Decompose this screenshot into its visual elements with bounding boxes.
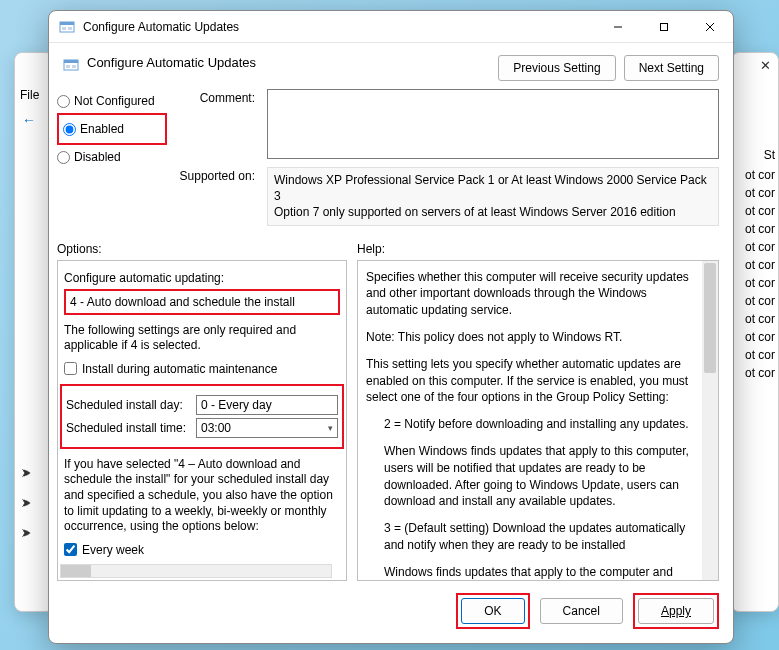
- radio-not-configured[interactable]: Not Configured: [57, 92, 167, 110]
- titlebar[interactable]: Configure Automatic Updates: [49, 11, 733, 43]
- bg-status-row: ot cor: [745, 258, 775, 272]
- bg-chevron: ⮞: [22, 498, 32, 509]
- bg-status-row: ot cor: [745, 276, 775, 290]
- help-text: When Windows finds updates that apply to…: [366, 443, 696, 510]
- apply-button[interactable]: Apply: [638, 598, 714, 624]
- bg-file-menu: File: [20, 88, 39, 102]
- options-heading: Options:: [57, 242, 357, 256]
- page-title: Configure Automatic Updates: [87, 55, 498, 70]
- bg-chevron: ⮞: [22, 528, 32, 539]
- scheduled-install-day-select[interactable]: 0 - Every day: [196, 395, 338, 415]
- radio-label: Enabled: [80, 122, 124, 136]
- bg-close-icon: ✕: [759, 58, 771, 73]
- radio-enabled[interactable]: Enabled: [63, 120, 161, 138]
- bg-status-row: ot cor: [745, 348, 775, 362]
- comment-label: Comment:: [179, 89, 267, 105]
- checkbox-label: Every week: [82, 543, 144, 557]
- policy-icon: [59, 19, 75, 35]
- help-text: 2 = Notify before downloading and instal…: [366, 416, 696, 433]
- comment-textarea[interactable]: [267, 89, 719, 159]
- policy-icon: [63, 57, 79, 73]
- help-text: Specifies whether this computer will rec…: [366, 269, 696, 319]
- scheduled-install-day-label: Scheduled install day:: [66, 398, 196, 412]
- bg-status-header: St: [764, 148, 775, 162]
- bg-status-row: ot cor: [745, 294, 775, 308]
- radio-label: Not Configured: [74, 94, 155, 108]
- configure-updating-label: Configure automatic updating:: [64, 271, 340, 285]
- bg-status-row: ot cor: [745, 312, 775, 326]
- next-setting-button[interactable]: Next Setting: [624, 55, 719, 81]
- svg-rect-2: [62, 27, 66, 30]
- bg-status-row: ot cor: [745, 222, 775, 236]
- horizontal-scrollbar[interactable]: [60, 564, 332, 578]
- svg-rect-10: [66, 65, 70, 68]
- dialog-configure-automatic-updates: Configure Automatic Updates Configure Au…: [48, 10, 734, 644]
- bg-status-row: ot cor: [745, 186, 775, 200]
- every-week-checkbox[interactable]: Every week: [64, 543, 340, 557]
- install-during-maintenance-checkbox[interactable]: Install during automatic maintenance: [64, 362, 340, 376]
- chevron-down-icon: ▾: [328, 423, 333, 433]
- if-selected-text: If you have selected "4 – Auto download …: [64, 457, 340, 535]
- configure-updating-select[interactable]: 4 - Auto download and schedule the insta…: [64, 289, 340, 315]
- bg-status-row: ot cor: [745, 168, 775, 182]
- svg-rect-3: [68, 27, 72, 30]
- radio-disabled[interactable]: Disabled: [57, 148, 167, 166]
- radio-label: Disabled: [74, 150, 121, 164]
- minimize-button[interactable]: [595, 11, 641, 43]
- vertical-scrollbar-thumb[interactable]: [704, 263, 716, 373]
- help-heading: Help:: [357, 242, 385, 256]
- bg-status-row: ot cor: [745, 330, 775, 344]
- supported-text: Windows XP Professional Service Pack 1 o…: [267, 167, 719, 226]
- svg-rect-5: [661, 23, 668, 30]
- help-text: Windows finds updates that apply to the …: [366, 564, 696, 581]
- scheduled-install-time-select[interactable]: 03:00 ▾: [196, 418, 338, 438]
- select-value: 03:00: [201, 421, 231, 435]
- previous-setting-button[interactable]: Previous Setting: [498, 55, 615, 81]
- options-panel: Configure automatic updating: 4 - Auto d…: [57, 260, 347, 581]
- help-text: 3 = (Default setting) Download the updat…: [366, 520, 696, 554]
- bg-chevron: ⮞: [22, 468, 32, 479]
- svg-rect-9: [64, 60, 78, 63]
- supported-label: Supported on:: [179, 167, 267, 183]
- bg-status-row: ot cor: [745, 366, 775, 380]
- help-text: This setting lets you specify whether au…: [366, 356, 696, 406]
- checkbox-label: Install during automatic maintenance: [82, 362, 277, 376]
- following-settings-text: The following settings are only required…: [64, 323, 340, 354]
- ok-button[interactable]: OK: [461, 598, 524, 624]
- svg-rect-1: [60, 22, 74, 25]
- scheduled-install-time-label: Scheduled install time:: [66, 421, 196, 435]
- cancel-button[interactable]: Cancel: [540, 598, 623, 624]
- bg-status-row: ot cor: [745, 204, 775, 218]
- svg-rect-11: [72, 65, 76, 68]
- bg-back-icon: ←: [22, 112, 36, 128]
- help-panel: Specifies whether this computer will rec…: [357, 260, 719, 581]
- titlebar-text: Configure Automatic Updates: [83, 20, 595, 34]
- bg-status-row: ot cor: [745, 240, 775, 254]
- maximize-button[interactable]: [641, 11, 687, 43]
- close-button[interactable]: [687, 11, 733, 43]
- help-text: Note: This policy does not apply to Wind…: [366, 329, 696, 346]
